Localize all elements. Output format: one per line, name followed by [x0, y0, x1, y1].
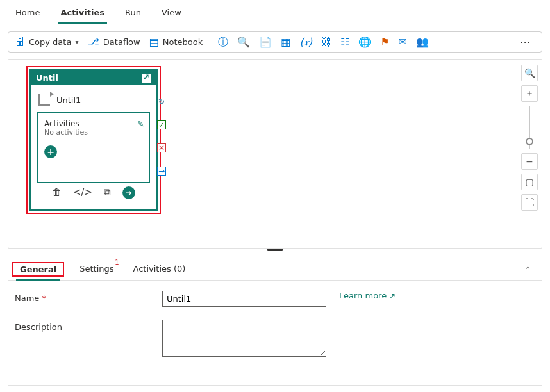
- notebook-button[interactable]: ▤ Notebook: [149, 37, 203, 47]
- canvas-controls: 🔍 ＋ − ▢ ⛶: [521, 65, 538, 211]
- tab-activities[interactable]: Activities: [58, 5, 107, 24]
- failure-anchor-icon[interactable]: ✕: [157, 143, 166, 152]
- learn-more-link[interactable]: Learn more ↗: [339, 291, 396, 300]
- name-label: Name *: [15, 291, 149, 303]
- notebook-icon: ▤: [149, 37, 159, 47]
- pipeline-canvas[interactable]: Until Until1 Activities No activities ✎ …: [8, 59, 542, 249]
- list-icon[interactable]: ☷: [340, 37, 349, 47]
- success-anchor-icon[interactable]: ✓: [157, 120, 166, 129]
- tab-general-highlight: General: [12, 262, 64, 277]
- tab-run[interactable]: Run: [122, 5, 144, 24]
- outlook-icon[interactable]: ✉: [399, 37, 407, 47]
- properties-panel: General Settings 1 Activities (0) ⌃ Name…: [8, 255, 542, 386]
- panel-tab-bar: General Settings 1 Activities (0) ⌃: [8, 255, 542, 281]
- name-input[interactable]: [162, 291, 326, 307]
- copy-icon[interactable]: ⧉: [104, 186, 111, 199]
- add-activity-button[interactable]: +: [44, 145, 57, 158]
- node-type-label: Until: [36, 73, 58, 83]
- database-icon: 🗄: [15, 37, 25, 47]
- zoom-in-button[interactable]: ＋: [521, 85, 538, 102]
- expand-icon[interactable]: [142, 74, 151, 83]
- teams-icon[interactable]: 👥: [416, 37, 429, 47]
- auto-layout-button[interactable]: ⛶: [521, 194, 538, 211]
- selection-highlight: Until Until1 Activities No activities ✎ …: [26, 66, 161, 214]
- completion-anchor-icon[interactable]: ↻: [157, 97, 166, 106]
- zoom-slider[interactable]: [529, 106, 530, 149]
- fit-screen-button[interactable]: ▢: [521, 174, 538, 190]
- tab-settings[interactable]: Settings 1: [76, 260, 117, 280]
- description-label: Description: [15, 320, 149, 332]
- table-icon[interactable]: ▦: [281, 37, 290, 47]
- dataflow-label: Dataflow: [103, 37, 140, 47]
- skip-anchor-icon[interactable]: →: [157, 167, 166, 176]
- pipeline-icon[interactable]: ⛓: [321, 37, 331, 47]
- dataflow-button[interactable]: ⎇ Dataflow: [87, 37, 140, 47]
- copy-data-button[interactable]: 🗄 Copy data ▾: [15, 37, 78, 47]
- overflow-button[interactable]: ⋯: [516, 36, 535, 48]
- description-input[interactable]: [162, 320, 326, 357]
- node-header[interactable]: Until: [31, 70, 156, 85]
- tab-general[interactable]: General: [16, 261, 60, 281]
- globe-icon[interactable]: 🌐: [358, 37, 371, 47]
- no-activities-text: No activities: [44, 128, 143, 136]
- until-loop-icon: [38, 94, 50, 106]
- connector-anchors: ↻ ✓ ✕ →: [157, 97, 166, 176]
- info-icon[interactable]: ⓘ: [218, 37, 228, 47]
- flow-icon: ⎇: [87, 37, 99, 47]
- panel-resize-handle[interactable]: [8, 249, 542, 255]
- node-name: Until1: [56, 95, 81, 105]
- notebook-label: Notebook: [163, 37, 203, 47]
- script-icon[interactable]: 📄: [259, 37, 272, 47]
- until-activity-node[interactable]: Until Until1 Activities No activities ✎ …: [29, 69, 158, 211]
- external-link-icon: ↗: [389, 291, 396, 300]
- node-body: Until1 Activities No activities ✎ + 🗑 </…: [31, 85, 156, 209]
- variable-icon[interactable]: (𝑥): [299, 37, 312, 47]
- zoom-out-button[interactable]: −: [521, 153, 538, 170]
- top-tab-bar: Home Activities Run View: [0, 0, 550, 25]
- tab-home[interactable]: Home: [13, 5, 42, 24]
- delete-icon[interactable]: 🗑: [52, 186, 62, 199]
- node-footer: 🗑 </> ⧉ ➔: [37, 183, 150, 203]
- search-canvas-button[interactable]: 🔍: [521, 65, 538, 81]
- search-icon[interactable]: 🔍: [237, 37, 250, 47]
- general-form: Name * Learn more ↗ Description: [8, 281, 542, 385]
- activities-toolbar: 🗄 Copy data ▾ ⎇ Dataflow ▤ Notebook ⓘ 🔍 …: [8, 31, 542, 53]
- run-icon[interactable]: ➔: [122, 186, 135, 199]
- activities-label: Activities: [44, 119, 143, 128]
- code-icon[interactable]: </>: [73, 186, 92, 199]
- edit-icon[interactable]: ✎: [137, 119, 144, 129]
- copy-data-label: Copy data: [29, 37, 71, 47]
- chevron-down-icon: ▾: [75, 38, 78, 45]
- settings-badge: 1: [115, 259, 119, 266]
- flag-icon[interactable]: ⚑: [380, 37, 389, 47]
- activities-container[interactable]: Activities No activities ✎ +: [37, 112, 150, 183]
- tab-activities-count[interactable]: Activities (0): [129, 260, 190, 280]
- tab-view[interactable]: View: [159, 5, 184, 24]
- collapse-panel-button[interactable]: ⌃: [524, 265, 531, 275]
